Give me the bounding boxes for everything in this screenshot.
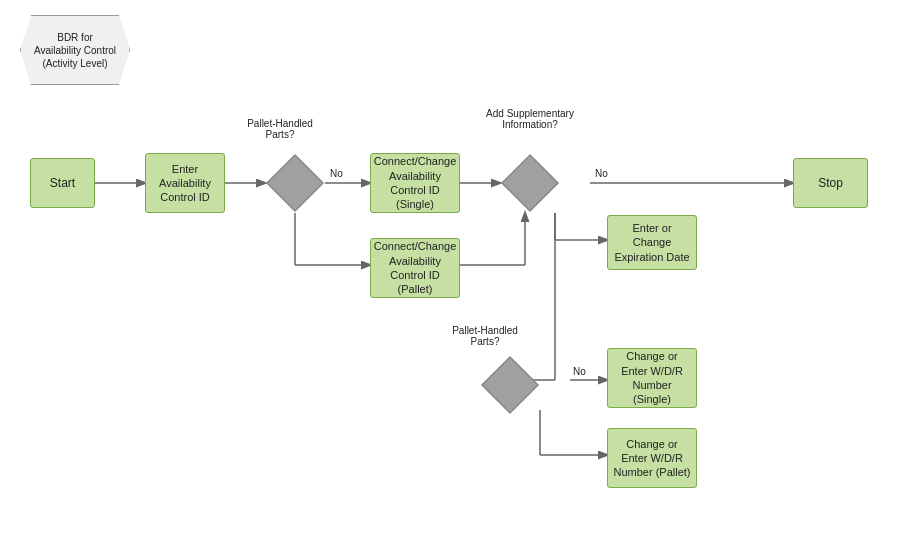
diamond3-no-label: No: [573, 366, 586, 377]
connect-pallet-node: Connect/Change Availability Control ID (…: [370, 238, 460, 298]
diamond1-no-label: No: [330, 168, 343, 179]
diamond2-label: Add Supplementary Information?: [480, 108, 580, 130]
diamond1-label: Pallet-Handled Parts?: [235, 118, 325, 140]
diamond3-node: [480, 355, 540, 415]
diamond2-node: [500, 153, 560, 213]
connect-single-node: Connect/Change Availability Control ID (…: [370, 153, 460, 213]
stop-node: Stop: [793, 158, 868, 208]
title-shape: BDR for Availability Control (Activity L…: [20, 15, 130, 85]
svg-marker-16: [267, 155, 323, 211]
title-label: BDR for Availability Control (Activity L…: [33, 31, 117, 70]
change-wd-pallet-node: Change or Enter W/D/R Number (Pallet): [607, 428, 697, 488]
change-wd-single-node: Change or Enter W/D/R Number (Single): [607, 348, 697, 408]
enter-avail-node: Enter Availability Control ID: [145, 153, 225, 213]
start-node: Start: [30, 158, 95, 208]
enter-expiration-node: Enter or Change Expiration Date: [607, 215, 697, 270]
diamond2-no-label: No: [595, 168, 608, 179]
diagram: BDR for Availability Control (Activity L…: [0, 0, 900, 550]
diamond3-label: Pallet-Handled Parts?: [440, 325, 530, 347]
diamond1-node: [265, 153, 325, 213]
svg-marker-17: [502, 155, 558, 211]
svg-marker-18: [482, 357, 538, 413]
